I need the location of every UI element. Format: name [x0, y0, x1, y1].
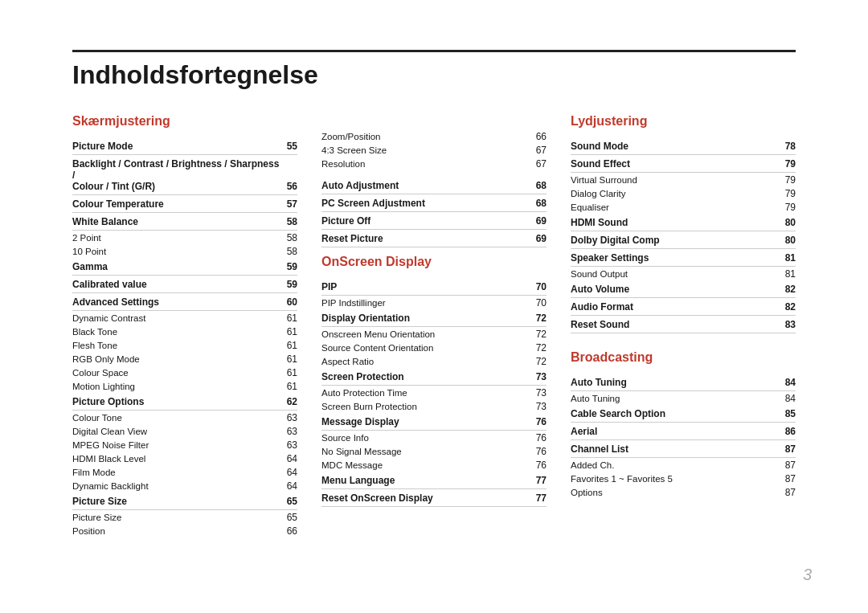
- toc-entry: Dynamic Backlight64: [72, 480, 297, 492]
- toc-entry: Reset Sound83: [571, 317, 796, 333]
- toc-entry: Position66: [72, 525, 297, 537]
- col2-entries2: PIP70PIP Indstillinger70Display Orientat…: [321, 279, 547, 507]
- toc-entry: Screen Protection73: [321, 369, 547, 386]
- toc-entry: Audio Format82: [571, 299, 796, 316]
- toc-entry: Colour Temperature57: [72, 196, 297, 213]
- toc-entry: Flesh Tone61: [72, 339, 297, 352]
- col1-entries: Picture Mode55Backlight / Contrast / Bri…: [72, 138, 297, 537]
- toc-entry: Aspect Ratio72: [321, 355, 547, 368]
- content-area: Skærmjustering Picture Mode55Backlight /…: [72, 114, 796, 572]
- toc-entry: Onscreen Menu Orientation72: [321, 328, 547, 341]
- toc-entry: Gamma59: [72, 259, 297, 276]
- col2-pre-entries: Zoom/Position664:3 Screen Size67Resoluti…: [321, 130, 547, 170]
- toc-entry: Message Display76: [321, 414, 547, 431]
- toc-entry: 2 Point58: [72, 231, 297, 244]
- toc-entry: Added Ch.87: [571, 459, 796, 472]
- col2-entries: Auto Adjustment68PC Screen Adjustment68P…: [321, 178, 547, 247]
- toc-entry: Dialog Clarity79: [571, 187, 796, 200]
- toc-entry: Calibrated value59: [72, 276, 297, 293]
- page-title: Indholdsfortegnelse: [72, 50, 796, 90]
- toc-entry: Sound Effect79: [571, 156, 796, 173]
- toc-entry: Options87: [571, 486, 796, 499]
- page-number: 3: [803, 566, 812, 584]
- toc-entry: 10 Point58: [72, 245, 297, 258]
- toc-entry: Favorites 1 ~ Favorites 587: [571, 472, 796, 485]
- toc-entry: Channel List87: [571, 441, 796, 458]
- toc-entry: Sound Mode78: [571, 138, 796, 155]
- column-lydjustering: Lydjustering Sound Mode78Sound Effect79V…: [571, 114, 796, 572]
- toc-entry: Sound Output81: [571, 268, 796, 280]
- toc-entry: Dolby Digital Comp80: [571, 232, 796, 249]
- toc-entry: MPEG Noise Filter63: [72, 439, 297, 452]
- toc-entry: Digital Clean View63: [72, 425, 297, 438]
- toc-entry: Zoom/Position66: [321, 130, 547, 143]
- toc-entry: Colour Space61: [72, 366, 297, 379]
- section-title-skaermjustering: Skærmjustering: [72, 114, 297, 129]
- col3-entries: Sound Mode78Sound Effect79Virtual Surrou…: [571, 138, 796, 333]
- toc-entry: Auto Protection Time73: [321, 386, 547, 399]
- toc-entry: PIP70: [321, 279, 547, 296]
- toc-entry: Source Info76: [321, 431, 547, 444]
- column-skaermjustering: Skærmjustering Picture Mode55Backlight /…: [72, 114, 321, 572]
- toc-entry: PIP Indstillinger70: [321, 296, 547, 309]
- toc-entry: Source Content Orientation72: [321, 341, 547, 354]
- toc-entry: HDMI Black Level64: [72, 452, 297, 465]
- toc-entry: Speaker Settings81: [571, 250, 796, 267]
- toc-entry: Colour Tone63: [72, 411, 297, 424]
- toc-entry: RGB Only Mode61: [72, 353, 297, 366]
- toc-entry: Picture Options62: [72, 394, 297, 411]
- toc-entry: Reset OnScreen Display77: [321, 490, 547, 507]
- section-title-onscreen: OnScreen Display: [321, 255, 547, 269]
- toc-entry: Virtual Surround79: [571, 174, 796, 186]
- toc-entry: Picture Size65: [72, 511, 297, 524]
- toc-entry: Menu Language77: [321, 472, 547, 489]
- toc-entry: Backlight / Contrast / Brightness / Shar…: [72, 156, 297, 195]
- toc-entry: Film Mode64: [72, 466, 297, 479]
- toc-entry: Dynamic Contrast61: [72, 312, 297, 325]
- toc-entry: Motion Lighting61: [72, 380, 297, 393]
- toc-entry: Auto Tuning84: [571, 392, 796, 405]
- section-title-broadcasting: Broadcasting: [571, 350, 796, 365]
- toc-entry: Auto Volume82: [571, 281, 796, 298]
- toc-entry: Picture Off69: [321, 213, 547, 230]
- toc-entry: 4:3 Screen Size67: [321, 144, 547, 157]
- toc-entry: Display Orientation72: [321, 310, 547, 327]
- toc-entry: Screen Burn Protection73: [321, 400, 547, 413]
- toc-entry: Resolution67: [321, 157, 547, 170]
- column-onscreen: Zoom/Position664:3 Screen Size67Resoluti…: [321, 114, 571, 572]
- toc-entry: MDC Message76: [321, 459, 547, 472]
- toc-entry: Auto Tuning84: [571, 374, 796, 391]
- toc-entry: PC Screen Adjustment68: [321, 195, 547, 212]
- toc-entry: Black Tone61: [72, 325, 297, 338]
- toc-entry: Reset Picture69: [321, 231, 547, 247]
- toc-entry: Advanced Settings60: [72, 294, 297, 311]
- page: Indholdsfortegnelse Skærmjustering Pictu…: [32, 18, 836, 596]
- toc-entry: HDMI Sound80: [571, 215, 796, 231]
- toc-entry: No Signal Message76: [321, 445, 547, 458]
- section-title-lydjustering: Lydjustering: [571, 114, 796, 129]
- toc-entry: White Balance58: [72, 214, 297, 231]
- toc-entry: Equaliser79: [571, 201, 796, 214]
- toc-entry: Picture Mode55: [72, 138, 297, 155]
- toc-entry: Auto Adjustment68: [321, 178, 547, 194]
- toc-entry: Cable Search Option85: [571, 406, 796, 423]
- toc-entry: Aerial86: [571, 423, 796, 440]
- col3-entries2: Auto Tuning84Auto Tuning84Cable Search O…: [571, 374, 796, 499]
- toc-entry: Picture Size65: [72, 493, 297, 510]
